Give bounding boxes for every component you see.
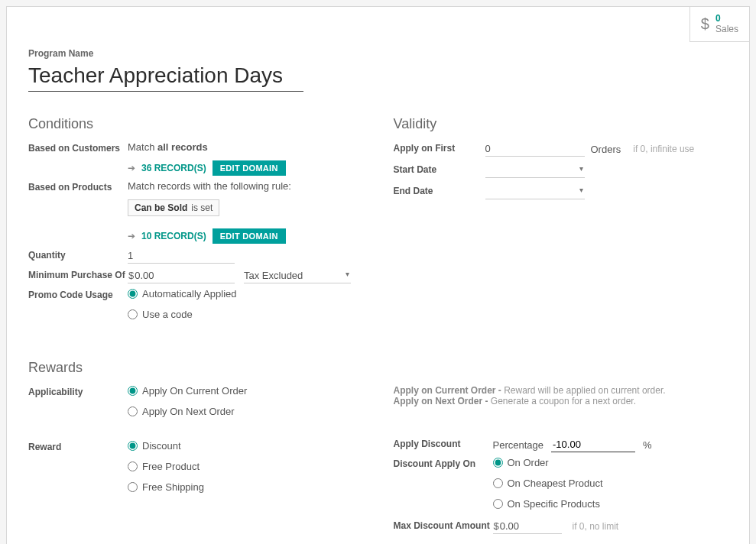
disc-apply-on-label: Discount Apply On: [394, 457, 493, 469]
end-date-input[interactable]: [485, 184, 585, 199]
apply-current-label[interactable]: Apply On Current Order: [142, 385, 247, 397]
program-label: Program Name: [28, 48, 728, 59]
apply-first-hint: if 0, infinite use: [633, 144, 694, 154]
reward-freeship-radio[interactable]: [128, 482, 138, 492]
min-purchase-label: Minimum Purchase Of: [28, 268, 128, 280]
applicability-label: Applicability: [28, 385, 128, 397]
apply-first-input[interactable]: [485, 141, 585, 157]
reward-discount-label[interactable]: Discount: [142, 440, 181, 452]
max-disc-hint: if 0, no limit: [573, 521, 619, 532]
on-cheapest-label[interactable]: On Cheapest Product: [508, 478, 603, 489]
customers-records-link[interactable]: 36 RECORD(S): [141, 163, 206, 173]
on-order-label[interactable]: On Order: [508, 457, 549, 468]
promo-auto-label[interactable]: Automatically Applied: [142, 288, 237, 300]
quantity-input[interactable]: [128, 248, 235, 264]
apply-next-label[interactable]: Apply On Next Order: [142, 406, 235, 417]
promo-auto-radio[interactable]: [128, 289, 138, 299]
rewards-right: Apply on Current Order - Reward will be …: [394, 385, 728, 539]
promo-code-radio[interactable]: [128, 309, 138, 319]
reward-freeproduct-label[interactable]: Free Product: [142, 461, 200, 472]
edit-domain-customers-button[interactable]: EDIT DOMAIN: [213, 160, 286, 176]
program-name-input[interactable]: [28, 60, 303, 92]
reward-freeship-label[interactable]: Free Shipping: [142, 481, 204, 493]
apply-first-suffix: Orders: [591, 144, 621, 155]
rewards-header: Rewards: [28, 360, 728, 376]
reward-freeproduct-radio[interactable]: [128, 461, 138, 471]
reward-label: Reward: [28, 440, 128, 452]
on-specific-radio[interactable]: [493, 499, 503, 509]
promo-code-label: Promo Code Usage: [28, 288, 128, 300]
based-customers-label: Based on Customers: [28, 141, 128, 154]
on-order-radio[interactable]: [493, 458, 503, 468]
percentage-label: Percentage: [493, 439, 544, 451]
end-date-label: End Date: [394, 184, 485, 196]
arrow-right-icon: ➔: [128, 163, 135, 173]
start-date-label: Start Date: [394, 163, 485, 175]
stat-label: Sales: [715, 24, 738, 34]
rewards-left: Applicability Apply On Current Order App…: [28, 385, 363, 539]
hint-next: Apply on Next Order - Generate a coupon …: [394, 396, 728, 406]
min-purchase-input[interactable]: [135, 270, 219, 281]
stat-sales[interactable]: $ 0 Sales: [689, 7, 749, 42]
tax-select[interactable]: Tax Excluded: [244, 268, 351, 283]
products-records-link[interactable]: 10 RECORD(S): [141, 231, 206, 241]
currency-prefix-max: $: [493, 519, 500, 533]
currency-prefix: $: [128, 268, 135, 283]
products-match-text: Match records with the following rule:: [128, 180, 363, 192]
arrow-right-icon: ➔: [128, 231, 135, 241]
max-disc-label: Max Discount Amount: [394, 519, 493, 531]
validity-header: Validity: [394, 116, 728, 132]
apply-first-label: Apply on First: [394, 141, 485, 154]
reward-discount-radio[interactable]: [128, 441, 138, 451]
conditions-section: Conditions Based on Customers Match all …: [28, 116, 363, 329]
on-cheapest-radio[interactable]: [493, 478, 503, 488]
start-date-input[interactable]: [485, 163, 585, 178]
based-products-label: Based on Products: [28, 180, 128, 193]
validity-section: Validity Apply on First Orders if 0, inf…: [394, 116, 728, 329]
percent-symbol: %: [643, 439, 652, 451]
hint-current: Apply on Current Order - Reward will be …: [394, 385, 728, 396]
promo-code-option-label[interactable]: Use a code: [142, 309, 193, 320]
apply-next-radio[interactable]: [128, 406, 138, 416]
edit-domain-products-button[interactable]: EDIT DOMAIN: [213, 228, 286, 244]
dollar-icon: $: [701, 15, 709, 33]
max-disc-input[interactable]: [500, 520, 553, 532]
stat-count: 0: [715, 13, 738, 24]
rule-chip: Can be Sold is set: [128, 199, 219, 216]
discount-value-input[interactable]: [551, 437, 635, 452]
apply-current-radio[interactable]: [128, 386, 138, 396]
form-sheet: $ 0 Sales Program Name Conditions Based …: [6, 6, 750, 544]
conditions-header: Conditions: [28, 116, 363, 132]
apply-discount-label: Apply Discount: [394, 437, 493, 449]
quantity-label: Quantity: [28, 248, 128, 261]
on-specific-label[interactable]: On Specific Products: [508, 498, 600, 510]
customers-match: Match all records: [128, 141, 363, 153]
